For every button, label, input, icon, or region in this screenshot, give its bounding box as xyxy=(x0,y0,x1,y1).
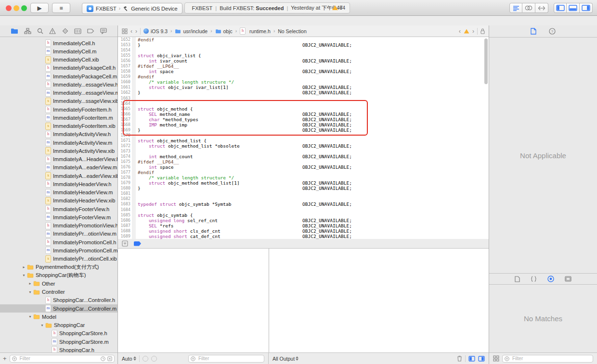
file-row[interactable]: xImmdiatelyA...eaderView.xib xyxy=(0,172,117,180)
file-row[interactable]: hImmdiatelyPromotionView.h xyxy=(0,222,117,230)
file-row[interactable]: xImmdiatelyActivityView.xib xyxy=(0,147,117,155)
line-number[interactable]: 1675 xyxy=(118,159,130,164)
line-number[interactable]: 1668 xyxy=(118,122,130,127)
line-number[interactable]: 1676 xyxy=(118,164,130,170)
disclosure-triangle-icon[interactable]: ▾ xyxy=(21,273,27,277)
line-number[interactable]: 1653 xyxy=(118,42,130,48)
file-row[interactable]: mImmediatelyFooterItem.m xyxy=(0,113,117,122)
line-number[interactable]: 1679 xyxy=(118,180,130,186)
file-row[interactable]: mImmdiatelyFooterView.m xyxy=(0,213,117,221)
line-number[interactable]: 1662 xyxy=(118,90,130,95)
console-output-popup[interactable]: All Output xyxy=(273,356,298,362)
issue-warning-icon[interactable] xyxy=(464,29,469,33)
code-line[interactable]: 1687 SEL *refsOBJC2_UNAVAILABLE; xyxy=(118,223,489,228)
hide-debug-area-icon[interactable] xyxy=(122,240,128,247)
disclosure-triangle-icon[interactable]: ▸ xyxy=(21,265,27,269)
code-line[interactable]: 1656 int ivar_countOBJC2_UNAVAILABLE; xyxy=(118,58,489,63)
navigator-filter-input[interactable] xyxy=(19,355,99,362)
toggle-debug-area-button[interactable] xyxy=(567,3,580,13)
code-line[interactable]: 1672 struct objc_method_list *obsoleteOB… xyxy=(118,143,489,149)
code-line[interactable]: 1665struct objc_method { xyxy=(118,106,489,112)
file-row[interactable]: mImmdiatelyPr...otionView.m xyxy=(0,230,117,238)
line-number[interactable]: 1673 xyxy=(118,149,130,154)
variables-view[interactable] xyxy=(118,249,269,352)
source-code-editor[interactable]: 1652#endif1653}OBJC2_UNAVAILABLE;1654165… xyxy=(118,37,489,239)
file-row[interactable]: hImmdiatelyA...HeaderView.h xyxy=(0,155,117,163)
file-row[interactable]: xImmediately...ssageView.xib xyxy=(0,97,117,105)
code-line[interactable]: 1668 IMP method_impOBJC2_UNAVAILABLE; xyxy=(118,122,489,127)
file-row[interactable]: hImmdiatelyFooterView.h xyxy=(0,205,117,213)
go-back-button[interactable]: ‹ xyxy=(130,28,132,35)
line-number[interactable]: 1683 xyxy=(118,201,130,207)
file-row[interactable]: mImmediately...essageView.m xyxy=(0,89,117,97)
line-number[interactable]: 1652 xyxy=(118,37,130,42)
file-row[interactable]: hImmdiatelyPromotionCell.h xyxy=(0,238,117,246)
code-line[interactable]: 1660 /* variable length structure */ xyxy=(118,79,489,85)
file-row[interactable]: xImmdiatelyHeaderView.xib xyxy=(0,197,117,205)
line-number[interactable]: 1684 xyxy=(118,207,130,213)
scheme-selector[interactable]: FXBEST › Generic iOS Device xyxy=(82,3,182,14)
library-filter-input[interactable] xyxy=(511,355,591,362)
line-number[interactable]: 1667 xyxy=(118,117,130,122)
breadcrumb-selection[interactable]: No Selection xyxy=(278,28,307,34)
code-line[interactable]: 1676 int spaceOBJC2_UNAVAILABLE; xyxy=(118,164,489,170)
editor-scrollbar[interactable] xyxy=(484,38,488,84)
media-library-icon[interactable] xyxy=(565,276,571,282)
recent-files-clock-icon[interactable] xyxy=(101,356,105,361)
toggle-navigator-button[interactable] xyxy=(554,3,567,13)
disclosure-triangle-icon[interactable]: ▸ xyxy=(27,281,33,286)
code-line[interactable]: 1682 xyxy=(118,196,489,201)
code-line[interactable]: 1681 xyxy=(118,191,489,196)
line-number[interactable]: 1682 xyxy=(118,196,130,201)
object-library-icon[interactable] xyxy=(547,276,554,282)
code-line[interactable]: 1659#endif xyxy=(118,74,489,79)
test-navigator-tab[interactable] xyxy=(62,28,68,34)
file-row[interactable]: mShoppingCar...Controller.m xyxy=(0,304,117,313)
breakpoint-navigator-tab[interactable] xyxy=(87,28,94,34)
navigator-filter-field[interactable] xyxy=(10,355,115,363)
code-line[interactable]: 1666 SEL method_nameOBJC2_UNAVAILABLE; xyxy=(118,112,489,117)
code-line[interactable]: 1652#endif xyxy=(118,37,489,42)
code-line[interactable]: 1674 int method_countOBJC2_UNAVAILABLE; xyxy=(118,154,489,159)
file-row[interactable]: hImmdiatelyActivityView.h xyxy=(0,130,117,138)
file-row[interactable]: hImmdiatelyHeaderView.h xyxy=(0,180,117,188)
breadcrumb-file[interactable]: hruntime.h xyxy=(240,27,271,35)
find-navigator-tab[interactable] xyxy=(37,28,43,34)
line-number[interactable]: 1670 xyxy=(118,133,130,138)
line-number[interactable]: 1678 xyxy=(118,175,130,180)
line-number[interactable]: 1656 xyxy=(118,58,130,63)
warning-count-badge[interactable]: 64 xyxy=(332,5,345,11)
group-row[interactable]: ▾ShoppingCar xyxy=(0,321,117,329)
code-line[interactable]: 1677#endif xyxy=(118,170,489,175)
line-number[interactable]: 1659 xyxy=(118,74,130,79)
breadcrumb-usr-include[interactable]: usr/include xyxy=(175,28,208,34)
disclosure-triangle-icon[interactable]: ▾ xyxy=(27,290,33,294)
group-row[interactable]: ▾ShoppingCar(购物车) xyxy=(0,271,117,279)
code-line[interactable]: 1689 unsigned short cat_def_cntOBJC2_UNA… xyxy=(118,234,489,239)
previous-issue-button[interactable]: ‹ xyxy=(459,28,461,35)
line-number[interactable]: 1654 xyxy=(118,48,130,53)
code-line[interactable]: 1670 xyxy=(118,133,489,138)
file-row[interactable]: xImmediatelyCell.xib xyxy=(0,56,117,64)
file-row[interactable]: xImmdiatelyPr...otionCell.xib xyxy=(0,255,117,263)
line-number[interactable]: 1677 xyxy=(118,170,130,175)
report-navigator-tab[interactable] xyxy=(100,28,107,34)
stop-button[interactable]: ■ xyxy=(52,3,70,13)
source-control-status-icon[interactable] xyxy=(107,356,112,361)
line-number[interactable]: 1658 xyxy=(118,69,130,74)
code-line[interactable]: 1655struct objc_ivar_list { xyxy=(118,53,489,58)
code-line[interactable]: 1657#ifdef __LP64__ xyxy=(118,63,489,69)
code-line[interactable]: 1685struct objc_symtab { xyxy=(118,213,489,218)
project-navigator-tab[interactable] xyxy=(11,28,18,34)
code-line[interactable]: 1661 struct objc_ivar ivar_list[1]OBJC2_… xyxy=(118,85,489,90)
code-line[interactable]: 1669}OBJC2_UNAVAILABLE; xyxy=(118,127,489,133)
toggle-utilities-button[interactable] xyxy=(580,3,593,13)
file-row[interactable]: hShoppingCar.h xyxy=(0,346,117,352)
issue-navigator-tab[interactable] xyxy=(49,28,56,34)
add-file-button[interactable]: + xyxy=(3,355,7,362)
line-number[interactable]: 1663 xyxy=(118,96,130,101)
exceptions-filter-icon[interactable] xyxy=(143,356,148,362)
run-button[interactable]: ▶ xyxy=(30,3,49,13)
code-line[interactable]: 1684 xyxy=(118,207,489,213)
version-editor-button[interactable] xyxy=(535,3,548,13)
